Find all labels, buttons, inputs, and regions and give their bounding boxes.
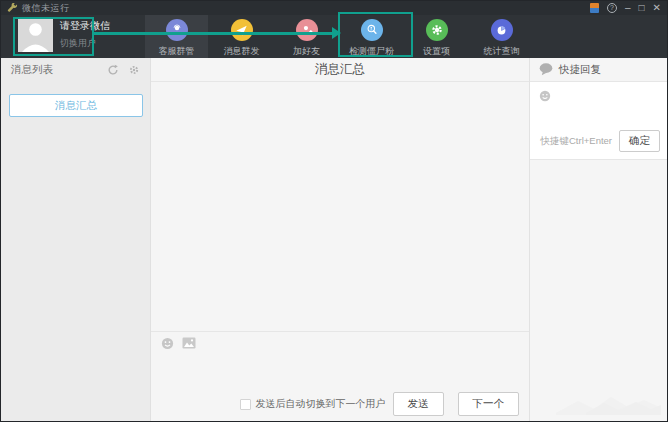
app-window: 微信未运行 ? – □ ✕ 请登录微信 切换用户 xyxy=(0,0,668,422)
gear-icon xyxy=(430,23,444,37)
window-title: 微信未运行 xyxy=(22,2,70,15)
titlebar: 微信未运行 ? – □ ✕ xyxy=(1,1,667,15)
theme-skin-icon[interactable] xyxy=(590,3,599,13)
message-list-title: 消息列表 xyxy=(11,63,53,77)
paper-plane-icon xyxy=(235,24,248,37)
nav-label: 消息群发 xyxy=(224,45,260,58)
message-list-sidebar: 消息列表 消息汇总 xyxy=(1,58,151,421)
nav-label: 客服群管 xyxy=(159,45,195,58)
quick-reply-editor[interactable]: 快捷键Ctrl+Enter 确定 xyxy=(530,82,667,160)
switch-user-link[interactable]: 切换用户 xyxy=(60,37,110,50)
wrench-icon xyxy=(7,3,18,14)
zombie-detect-icon xyxy=(365,23,379,37)
panel-title: 消息汇总 xyxy=(315,61,365,78)
nav-item-customer-group[interactable]: 客服群管 xyxy=(145,15,208,58)
auto-switch-checkbox[interactable] xyxy=(240,399,251,410)
next-button[interactable]: 下一个 xyxy=(458,392,520,416)
pie-chart-icon xyxy=(495,24,508,37)
compose-area[interactable] xyxy=(151,331,529,387)
nav-item-zombie-detect[interactable]: 检测僵尸粉 xyxy=(340,15,403,58)
message-summary-panel: 消息汇总 xyxy=(151,58,529,421)
avatar[interactable] xyxy=(18,17,53,52)
nav-item-statistics[interactable]: 统计查询 xyxy=(470,15,533,58)
help-icon[interactable]: ? xyxy=(607,3,617,13)
watermark xyxy=(556,393,661,415)
quick-reply-title: 快捷回复 xyxy=(559,63,601,77)
login-account-area[interactable]: 请登录微信 切换用户 xyxy=(18,17,110,52)
confirm-button[interactable]: 确定 xyxy=(619,130,660,152)
auto-switch-label: 发送后自动切换到下一个用户 xyxy=(256,397,386,411)
quick-reply-sidebar: 快捷回复 快捷键Ctrl+Enter 确定 xyxy=(529,58,667,421)
minimize-button[interactable]: – xyxy=(625,1,631,15)
close-button[interactable]: ✕ xyxy=(653,1,661,15)
add-friend-icon xyxy=(300,23,314,37)
chat-bubble-icon xyxy=(539,63,553,76)
login-prompt: 请登录微信 xyxy=(60,19,110,33)
nav-label: 加好友 xyxy=(293,45,320,58)
send-toolbar: 发送后自动切换到下一个用户 发送 下一个 xyxy=(151,387,529,421)
message-area xyxy=(151,82,529,331)
compose-input[interactable] xyxy=(151,354,529,387)
shortcut-hint: 快捷键Ctrl+Enter xyxy=(540,135,612,148)
topbar: 请登录微信 切换用户 客服群管 xyxy=(1,15,667,58)
nav-item-mass-message[interactable]: 消息群发 xyxy=(210,15,273,58)
emoji-icon[interactable] xyxy=(161,337,174,350)
nav-item-add-friend[interactable]: 加好友 xyxy=(275,15,338,58)
maximize-button[interactable]: □ xyxy=(639,1,645,15)
image-icon[interactable] xyxy=(182,337,196,349)
message-summary-button[interactable]: 消息汇总 xyxy=(9,94,143,117)
refresh-icon[interactable] xyxy=(107,64,119,76)
send-button[interactable]: 发送 xyxy=(393,392,444,416)
nav-label: 设置项 xyxy=(423,45,450,58)
nav-item-settings[interactable]: 设置项 xyxy=(405,15,468,58)
emoji-icon[interactable] xyxy=(539,90,551,102)
support-agent-icon xyxy=(170,23,184,37)
nav-label: 统计查询 xyxy=(484,45,520,58)
person-placeholder-icon xyxy=(18,17,53,52)
nav-label: 检测僵尸粉 xyxy=(349,45,394,58)
main-nav: 客服群管 消息群发 加 xyxy=(145,15,535,58)
gear-icon[interactable] xyxy=(128,64,140,76)
